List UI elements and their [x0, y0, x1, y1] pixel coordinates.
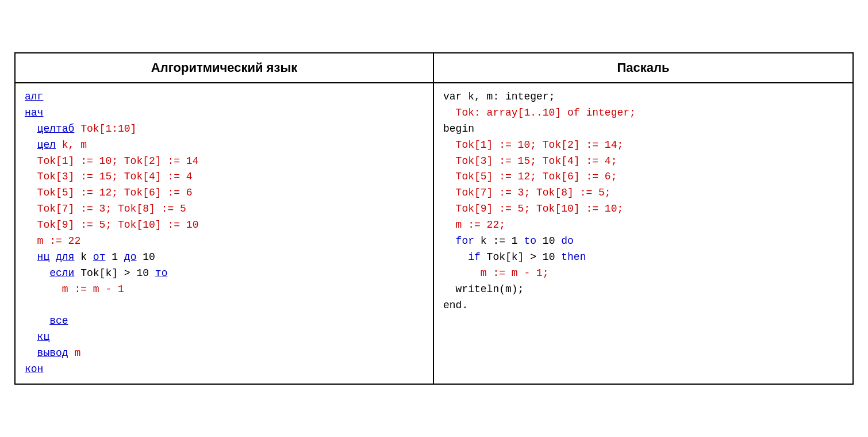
header-col1: Алгоритмический язык — [16, 53, 434, 82]
code-line: Tok[1] := 10; Tok[2] := 14 — [25, 154, 424, 170]
code-line: m := 22; — [443, 217, 843, 233]
code-line: Tok[1] := 10; Tok[2] := 14; — [443, 137, 843, 154]
code-line: кц — [25, 329, 424, 346]
code-line: Tok[3] := 15; Tok[4] := 4 — [25, 169, 424, 185]
code-line: Tok[7] := 3; Tok[8] := 5 — [25, 201, 424, 217]
code-line: Tok[9] := 5; Tok[10] := 10 — [25, 217, 424, 233]
code-line: if Tok[k] > 10 then — [443, 250, 843, 266]
left-code-cell: алгначцелтаб Tok[1:10]цел k, mTok[1] := … — [16, 83, 434, 384]
right-code-cell: var k, m: integer;Tok: array[1..10] of i… — [434, 83, 852, 384]
code-line: целтаб Tok[1:10] — [25, 121, 424, 137]
code-line: Tok: array[1..10] of integer; — [443, 105, 843, 121]
code-line: end. — [443, 298, 843, 314]
code-line: нц для k от 1 до 10 — [25, 250, 424, 266]
header-row: Алгоритмический язык Паскаль — [16, 53, 852, 83]
code-line: writeln(m); — [443, 282, 843, 298]
code-line: m := m - 1; — [443, 266, 843, 282]
code-line: все — [25, 313, 424, 329]
code-line: m := 22 — [25, 233, 424, 250]
main-table: Алгоритмический язык Паскаль алгначцелта… — [14, 52, 854, 385]
code-line: цел k, m — [25, 137, 424, 154]
code-line: begin — [443, 121, 843, 137]
code-line: Tok[3] := 15; Tok[4] := 4; — [443, 154, 843, 170]
code-line: если Tok[k] > 10 то — [25, 266, 424, 282]
code-line: нач — [25, 105, 424, 121]
code-line: Tok[5] := 12; Tok[6] := 6 — [25, 185, 424, 201]
code-line: Tok[7] := 3; Tok[8] := 5; — [443, 185, 843, 201]
code-line: for k := 1 to 10 do — [443, 233, 843, 250]
code-line: алг — [25, 89, 424, 105]
code-line: кон — [25, 362, 424, 378]
code-line — [25, 298, 424, 314]
code-line: var k, m: integer; — [443, 89, 843, 105]
header-col2: Паскаль — [434, 53, 852, 82]
code-line: m := m - 1 — [25, 282, 424, 298]
content-row: алгначцелтаб Tok[1:10]цел k, mTok[1] := … — [16, 83, 852, 384]
code-line: Tok[9] := 5; Tok[10] := 10; — [443, 201, 843, 217]
code-line: вывод m — [25, 346, 424, 362]
code-line: Tok[5] := 12; Tok[6] := 6; — [443, 169, 843, 185]
